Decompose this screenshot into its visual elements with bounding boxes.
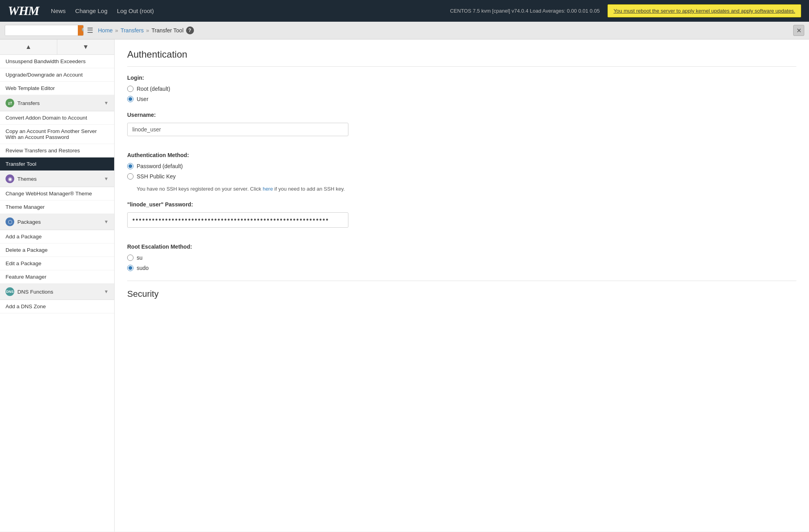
- sidebar-item-copy-account[interactable]: Copy an Account From Another Server With…: [0, 125, 114, 144]
- sidebar-section-dns-label: DNS Functions: [17, 289, 53, 295]
- sidebar-item-unsuspend[interactable]: Unsuspend Bandwidth Exceeders: [0, 55, 114, 68]
- sidebar-item-review-transfers[interactable]: Review Transfers and Restores: [0, 144, 114, 157]
- section-divider: [127, 281, 796, 281]
- help-icon[interactable]: ?: [186, 26, 194, 34]
- dns-icon: DNS: [6, 287, 14, 296]
- username-input[interactable]: [127, 123, 348, 136]
- sidebar-item-feature-manager[interactable]: Feature Manager: [0, 270, 114, 284]
- escalation-su-option[interactable]: su: [127, 255, 796, 261]
- sidebar-section-packages[interactable]: ⬡ Packages ▼: [0, 214, 114, 230]
- root-escalation-label: Root Escalation Method:: [127, 244, 796, 250]
- main-layout: ▲ ▼ Unsuspend Bandwidth Exceeders Upgrad…: [0, 39, 809, 532]
- login-section: Login: Root (default) User: [127, 75, 796, 102]
- auth-method-radio-group: Password (default) SSH Public Key: [127, 163, 796, 180]
- login-label: Login:: [127, 75, 796, 81]
- content-area: Authentication Login: Root (default) Use…: [115, 39, 809, 532]
- nav-logout[interactable]: Log Out (root): [117, 7, 154, 14]
- ssh-note-link[interactable]: here: [263, 186, 273, 192]
- breadcrumb: ☰ Home » Transfers » Transfer Tool ?: [87, 26, 790, 35]
- sidebar-item-theme-manager[interactable]: Theme Manager: [0, 200, 114, 214]
- auth-password-label: Password (default): [137, 163, 183, 169]
- auth-sshkey-label: SSH Public Key: [137, 173, 176, 180]
- login-user-option[interactable]: User: [127, 96, 796, 102]
- nav-news[interactable]: News: [51, 7, 66, 14]
- password-label: "linode_user" Password:: [127, 201, 796, 208]
- breadcrumb-sep1: »: [115, 27, 118, 34]
- menu-icon[interactable]: ☰: [87, 26, 93, 35]
- login-root-radio[interactable]: [127, 86, 134, 92]
- login-radio-group: Root (default) User: [127, 86, 796, 102]
- root-escalation-section: Root Escalation Method: su sudo: [127, 244, 796, 271]
- sidebar-section-themes-label: Themes: [17, 176, 37, 182]
- sidebar-nav-arrows: ▲ ▼: [0, 39, 114, 55]
- transfers-icon: ⇄: [6, 99, 14, 107]
- breadcrumb-home[interactable]: Home: [98, 27, 113, 34]
- escalation-sudo-option[interactable]: sudo: [127, 265, 796, 271]
- search-wrap: 🔍: [5, 25, 84, 36]
- ssh-note-text1: You have no SSH keys registered on your …: [137, 186, 263, 192]
- sidebar-section-transfers-label: Transfers: [17, 100, 40, 106]
- password-section: "linode_user" Password:: [127, 201, 796, 234]
- sidebar: ▲ ▼ Unsuspend Bandwidth Exceeders Upgrad…: [0, 39, 115, 532]
- close-button[interactable]: ✕: [793, 25, 804, 36]
- search-input[interactable]: [5, 26, 78, 36]
- escalation-sudo-radio[interactable]: [127, 265, 134, 271]
- topbar-nav: News Change Log Log Out (root): [51, 7, 154, 14]
- ssh-note: You have no SSH keys registered on your …: [137, 186, 796, 192]
- search-button[interactable]: 🔍: [78, 25, 84, 36]
- page-title: Authentication: [127, 49, 796, 67]
- auth-method-section: Authentication Method: Password (default…: [127, 152, 796, 192]
- escalation-su-label: su: [137, 255, 143, 261]
- sidebar-item-web-template[interactable]: Web Template Editor: [0, 82, 114, 95]
- topbar: WHM News Change Log Log Out (root) CENTO…: [0, 0, 809, 22]
- username-label: Username:: [127, 112, 796, 118]
- breadcrumb-transfers[interactable]: Transfers: [120, 27, 144, 34]
- dns-chevron: ▼: [104, 289, 109, 294]
- sidebar-item-add-dns-zone[interactable]: Add a DNS Zone: [0, 300, 114, 313]
- security-heading: Security: [127, 289, 796, 299]
- escalation-radio-group: su sudo: [127, 255, 796, 271]
- sidebar-item-convert-addon[interactable]: Convert Addon Domain to Account: [0, 111, 114, 125]
- sidebar-down-button[interactable]: ▼: [57, 39, 114, 54]
- login-user-label: User: [137, 96, 149, 102]
- breadcrumb-current: Transfer Tool: [152, 27, 184, 34]
- login-user-radio[interactable]: [127, 96, 134, 102]
- escalation-sudo-label: sudo: [137, 265, 149, 271]
- themes-icon: ◉: [6, 174, 14, 183]
- sidebar-item-transfer-tool[interactable]: Transfer Tool: [0, 157, 114, 171]
- auth-password-option[interactable]: Password (default): [127, 163, 796, 169]
- themes-chevron: ▼: [104, 176, 109, 182]
- username-section: Username:: [127, 112, 796, 142]
- sidebar-item-change-theme[interactable]: Change WebHost Manager® Theme: [0, 187, 114, 200]
- sidebar-item-upgrade[interactable]: Upgrade/Downgrade an Account: [0, 68, 114, 82]
- searchbar-row: 🔍 ☰ Home » Transfers » Transfer Tool ? ✕: [0, 22, 809, 39]
- sidebar-item-delete-package[interactable]: Delete a Package: [0, 244, 114, 257]
- auth-sshkey-radio[interactable]: [127, 173, 134, 180]
- auth-method-label: Authentication Method:: [127, 152, 796, 158]
- auth-sshkey-option[interactable]: SSH Public Key: [127, 173, 796, 180]
- sidebar-section-transfers[interactable]: ⇄ Transfers ▼: [0, 95, 114, 111]
- sidebar-item-edit-package[interactable]: Edit a Package: [0, 257, 114, 270]
- sidebar-section-packages-label: Packages: [17, 219, 41, 225]
- ssh-note-text2: if you need to add an SSH key.: [273, 186, 345, 192]
- packages-chevron: ▼: [104, 219, 109, 225]
- password-input[interactable]: [127, 212, 348, 228]
- nav-changelog[interactable]: Change Log: [75, 7, 107, 14]
- escalation-su-radio[interactable]: [127, 255, 134, 261]
- login-root-label: Root (default): [137, 86, 170, 92]
- sidebar-section-dns[interactable]: DNS DNS Functions ▼: [0, 284, 114, 300]
- breadcrumb-sep2: »: [146, 27, 149, 34]
- whm-logo: WHM: [8, 4, 39, 18]
- transfers-chevron: ▼: [104, 100, 109, 106]
- sidebar-up-button[interactable]: ▲: [0, 39, 57, 54]
- sidebar-item-add-package[interactable]: Add a Package: [0, 230, 114, 244]
- sidebar-section-themes[interactable]: ◉ Themes ▼: [0, 171, 114, 187]
- login-root-option[interactable]: Root (default): [127, 86, 796, 92]
- packages-icon: ⬡: [6, 217, 14, 226]
- reboot-alert[interactable]: You must reboot the server to apply kern…: [608, 4, 801, 17]
- auth-password-radio[interactable]: [127, 163, 134, 169]
- sysinfo: CENTOS 7.5 kvm [cpanel] v74.0.4 Load Ave…: [450, 8, 600, 14]
